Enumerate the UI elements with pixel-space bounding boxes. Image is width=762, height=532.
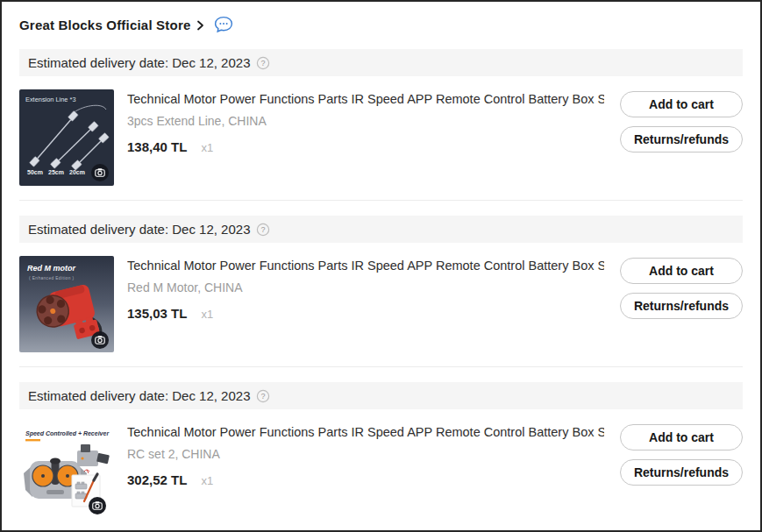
chat-bubble-icon[interactable] xyxy=(214,16,233,33)
help-icon[interactable]: ? xyxy=(256,389,270,403)
red-motor-image: Red M motor ( Enhanced Edition ) xyxy=(19,256,114,352)
add-to-cart-button[interactable]: Add to cart xyxy=(620,258,743,284)
product-info: Technical Motor Power Functions Parts IR… xyxy=(127,89,604,186)
camera-icon xyxy=(91,331,109,349)
delivery-bar: Estimated delivery date: Dec 12, 2023 ? xyxy=(19,216,743,243)
product-title[interactable]: Technical Motor Power Functions Parts IR… xyxy=(127,425,604,439)
extension-lines-image: Extension Line *3 xyxy=(19,89,114,186)
svg-text:Extension Line *3: Extension Line *3 xyxy=(25,96,76,103)
svg-text:( Enhanced Edition ): ( Enhanced Edition ) xyxy=(29,276,74,280)
section-divider xyxy=(19,366,743,367)
store-header-link[interactable]: Great Blocks Official Store xyxy=(19,16,743,33)
delivery-bar: Estimated delivery date: Dec 12, 2023 ? xyxy=(19,382,743,409)
order-section-2: Estimated delivery date: Dec 12, 2023 ? xyxy=(19,216,743,352)
section-divider xyxy=(19,200,743,201)
product-thumbnail[interactable]: Speed Controlled + Receiver xyxy=(19,422,114,519)
product-row: Extension Line *3 xyxy=(19,89,743,186)
product-variant: Red M Motor, CHINA xyxy=(127,280,604,294)
order-section-1: Estimated delivery date: Dec 12, 2023 ? … xyxy=(19,49,743,186)
delivery-bar: Estimated delivery date: Dec 12, 2023 ? xyxy=(19,49,743,76)
product-row: Speed Controlled + Receiver xyxy=(19,422,743,519)
price-row: 138,40 TL x1 xyxy=(127,139,604,154)
order-list-page: { "header": { "store_name": "Great Block… xyxy=(0,0,762,532)
order-section-3: Estimated delivery date: Dec 12, 2023 ? … xyxy=(19,382,743,519)
delivery-date-text: Estimated delivery date: Dec 12, 2023 xyxy=(28,222,250,237)
svg-text:Red M motor: Red M motor xyxy=(27,264,75,273)
order-actions: Add to cart Returns/refunds xyxy=(620,89,743,186)
help-icon[interactable]: ? xyxy=(256,223,270,237)
product-quantity: x1 xyxy=(201,474,213,487)
returns-refunds-button[interactable]: Returns/refunds xyxy=(620,126,743,153)
product-variant: RC set 2, CHINA xyxy=(127,447,604,461)
product-thumbnail[interactable]: Red M motor ( Enhanced Edition ) xyxy=(19,256,114,352)
product-row: Red M motor ( Enhanced Edition ) xyxy=(19,256,743,352)
price-row: 302,52 TL x1 xyxy=(127,472,604,487)
svg-text:20cm: 20cm xyxy=(69,169,85,175)
product-quantity: x1 xyxy=(201,308,213,321)
svg-text:?: ? xyxy=(261,225,266,234)
delivery-date-text: Estimated delivery date: Dec 12, 2023 xyxy=(28,55,250,70)
svg-text:Speed Controlled + Receiver: Speed Controlled + Receiver xyxy=(25,430,110,437)
delivery-date-text: Estimated delivery date: Dec 12, 2023 xyxy=(28,388,250,403)
chevron-right-icon xyxy=(196,20,204,31)
product-title[interactable]: Technical Motor Power Functions Parts IR… xyxy=(127,259,604,273)
product-price: 302,52 TL xyxy=(127,472,187,487)
camera-icon xyxy=(91,164,109,181)
camera-icon xyxy=(89,497,106,514)
product-thumbnail[interactable]: Extension Line *3 xyxy=(19,89,114,186)
svg-text:25cm: 25cm xyxy=(48,169,64,175)
rc-set-image: Speed Controlled + Receiver xyxy=(19,422,114,519)
help-icon[interactable]: ? xyxy=(256,56,270,70)
product-variant: 3pcs Extend Line, CHINA xyxy=(127,114,604,128)
product-title[interactable]: Technical Motor Power Functions Parts IR… xyxy=(127,92,604,106)
add-to-cart-button[interactable]: Add to cart xyxy=(620,91,743,117)
store-name[interactable]: Great Blocks Official Store xyxy=(19,18,190,32)
product-price: 135,03 TL xyxy=(127,306,187,321)
order-actions: Add to cart Returns/refunds xyxy=(620,256,743,352)
product-price: 138,40 TL xyxy=(127,139,187,154)
price-row: 135,03 TL x1 xyxy=(127,306,604,321)
order-actions: Add to cart Returns/refunds xyxy=(620,422,743,519)
product-info: Technical Motor Power Functions Parts IR… xyxy=(127,422,604,519)
svg-text:?: ? xyxy=(261,392,266,401)
product-quantity: x1 xyxy=(201,141,213,154)
add-to-cart-button[interactable]: Add to cart xyxy=(620,424,743,450)
svg-text:50cm: 50cm xyxy=(27,169,43,175)
returns-refunds-button[interactable]: Returns/refunds xyxy=(620,459,743,486)
product-info: Technical Motor Power Functions Parts IR… xyxy=(127,256,604,352)
svg-text:?: ? xyxy=(261,59,266,67)
returns-refunds-button[interactable]: Returns/refunds xyxy=(620,293,743,319)
